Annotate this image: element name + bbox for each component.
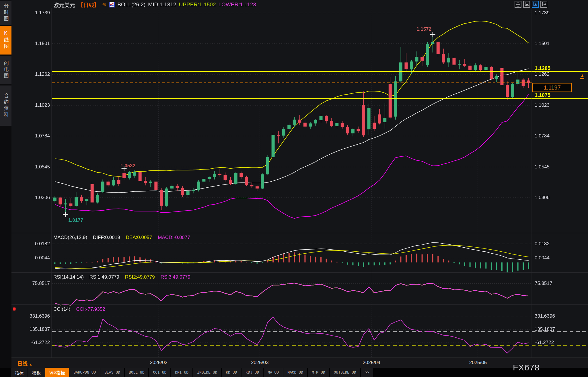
main-axis-right-4: 1.0784	[535, 133, 568, 139]
main-axis-right-3: 1.1023	[535, 102, 568, 108]
macd-axis-right-0: 0.0182	[535, 241, 568, 247]
pan-tool-icon[interactable]	[515, 1, 521, 8]
jan-low-label: 1.0177	[68, 217, 83, 223]
main-axis-left-5: 1.0545	[16, 164, 50, 170]
indicator-tab-bias-ud[interactable]: BIAS_UD	[100, 368, 124, 377]
price-up-arrow-icon: ▲	[580, 73, 585, 79]
chart-canvas[interactable]	[0, 0, 588, 357]
cci-axis-right-2: -61.2722	[535, 340, 568, 345]
cci-axis-right-0: 331.6396	[535, 313, 568, 319]
main-axis-right-0: 1.1739	[535, 10, 568, 16]
x-axis-month-0: 2025/02	[143, 360, 174, 366]
macd-dea: DEA:0.0057	[126, 235, 152, 240]
last-price-box: 1.1197	[532, 83, 572, 92]
macd-pane-header: MACD(26,12,9) DIFF:0.0019 DEA:0.0057 MAC…	[53, 235, 190, 240]
main-axis-left-0: 1.1739	[16, 10, 50, 16]
sidebar-item-2[interactable]: 闪电图	[0, 56, 11, 84]
indicator-tab-vip-[interactable]: VIP指标	[45, 368, 69, 377]
exit-right-tool-icon[interactable]	[540, 1, 547, 8]
main-axis-right-5: 1.0545	[535, 164, 568, 170]
jan-high-label: 1.0532	[120, 163, 135, 169]
circle-plus-icon[interactable]: ⊕	[102, 1, 106, 8]
main-axis-left-6: 1.0306	[16, 195, 50, 201]
indicator-tab-boll-ud[interactable]: BOLL_UD	[125, 368, 149, 377]
rsi3-value: RSI3:49.0779	[161, 274, 190, 280]
support-level-label: 1.1075	[535, 92, 550, 98]
cci-pane-header: CCI(14) CCI:-77.9352	[53, 306, 105, 312]
main-axis-right-1: 1.1501	[535, 41, 568, 46]
indicator-tab-mtm-ud[interactable]: MTM_UD	[308, 368, 329, 377]
axis-scale-tool-icon[interactable]	[523, 1, 530, 8]
period-tag: 【日线】	[78, 1, 100, 9]
macd-diff: DIFF:0.0019	[93, 235, 120, 240]
swing-high-label: 1.1572	[416, 26, 431, 32]
period-selector[interactable]: 日线 ▲	[17, 359, 32, 367]
sidebar-item-3[interactable]: 合约资料	[0, 85, 11, 126]
main-axis-left-4: 1.0784	[16, 133, 50, 139]
sidebar-item-1[interactable]: K线图	[0, 26, 11, 55]
rsi-title: RSI(14,14,14)	[53, 274, 84, 280]
macd-title: MACD(26,12,9)	[53, 235, 87, 240]
main-axis-left-2: 1.1262	[16, 71, 50, 77]
main-axis-right-2: 1.1262	[535, 71, 568, 77]
indicator-tab-inside-ud[interactable]: INSIDE_UD	[193, 368, 221, 377]
brand-watermark: FX678	[513, 363, 540, 372]
indicator-tab-kd-ud[interactable]: KD_UD	[222, 368, 241, 377]
chart-toolbar	[515, 1, 547, 8]
indicator-tab-barupdn-ud[interactable]: BARUPDN_UD	[69, 368, 100, 377]
mini-chart-icon[interactable]	[109, 2, 115, 7]
main-axis-left-1: 1.1501	[16, 41, 50, 46]
macd-value: MACD:-0.0077	[158, 235, 190, 240]
cci-axis-right-1: 135.1837	[535, 327, 568, 332]
boll-label: BOLL(26,2)	[117, 1, 145, 8]
cci-title: CCI(14)	[53, 306, 71, 312]
indicator-tab--[interactable]: >>	[361, 368, 373, 377]
cci-axis-left-1: 135.1837	[16, 327, 50, 332]
rsi-axis-right-0: 75.8517	[535, 281, 568, 286]
indicator-tab-dmi-ud[interactable]: DMI_UD	[171, 368, 192, 377]
chart-header: 欧元美元 【日线】 ⊕ BOLL(26,2) MID:1.1312 UPPER:…	[53, 1, 256, 8]
cci-axis-left-0: 331.6396	[16, 313, 50, 319]
chart-type-sidebar: 分时图K线图闪电图合约资料	[0, 0, 11, 377]
x-axis-month-1: 2025/03	[244, 360, 276, 366]
main-axis-left-3: 1.1023	[16, 102, 50, 108]
indicator-tab-cci-ud[interactable]: CCI_UD	[149, 368, 170, 377]
boll-mid: MID:1.1312	[148, 1, 176, 8]
rsi1-value: RSI1:49.0779	[89, 274, 119, 280]
rsi-pane-header: RSI(14,14,14) RSI1:49.0779 RSI2:49.0779 …	[53, 274, 190, 280]
indicator-tab-bar: 指标模板VIP指标BARUPDN_UDBIAS_UDBOLL_UDCCI_UDD…	[0, 368, 588, 377]
period-arrow-icon: ▲	[29, 362, 32, 366]
indicator-tab-ma-ud[interactable]: MA_UD	[264, 368, 283, 377]
indicator-tab--[interactable]: 模板	[28, 368, 45, 377]
macd-axis-left-0: 0.0182	[16, 241, 50, 247]
axis-play-tool-icon[interactable]	[532, 1, 539, 8]
kline-app: 分时图K线图闪电图合约资料 欧元美元 【日线】 ⊕ BOLL(26,2) MID…	[0, 0, 588, 377]
indicator-tab-outside-ud[interactable]: OUTSIDE_UD	[330, 368, 360, 377]
symbol-name: 欧元美元	[53, 1, 75, 9]
resistance-level-label: 1.1285	[535, 65, 550, 71]
x-axis-month-2: 2025/04	[356, 360, 387, 366]
rsi-axis-left-0: 75.8517	[16, 281, 50, 286]
cci-axis-left-2: -61.2722	[16, 340, 50, 345]
rsi2-value: RSI2:49.0779	[125, 274, 155, 280]
macd-axis-right-1: 0.0044	[535, 255, 568, 261]
macd-axis-left-1: 0.0044	[16, 255, 50, 261]
boll-upper: UPPER:1.1502	[179, 1, 216, 8]
x-axis-month-3: 2025/05	[462, 360, 494, 366]
boll-lower: LOWER:1.1123	[218, 1, 256, 8]
indicator-tab-macd-ud[interactable]: MACD_UD	[283, 368, 307, 377]
main-axis-right-6: 1.0306	[535, 195, 568, 201]
cci-value: CCI:-77.9352	[76, 306, 105, 312]
indicator-tab--[interactable]: 指标	[11, 368, 28, 377]
sidebar-item-0[interactable]: 分时图	[0, 1, 11, 25]
date-axis-row: 日线 ▲ 2025/022025/032025/042025/05	[11, 357, 588, 368]
indicator-tab-kdj-ud[interactable]: KDJ_UD	[242, 368, 263, 377]
live-indicator-icon: ✹	[12, 306, 17, 312]
